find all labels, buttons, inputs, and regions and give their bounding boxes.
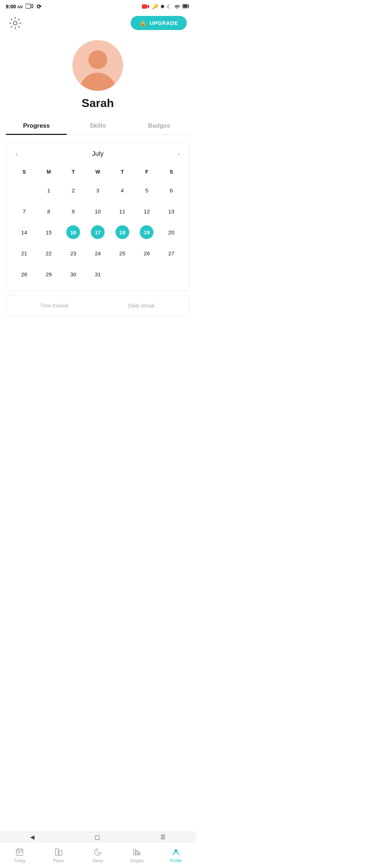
calendar-weekdays: S M T W T F S [12,167,184,177]
calendar-day[interactable]: 6 [159,180,184,201]
calendar-day[interactable]: 21 [12,243,37,264]
top-bar: 🔒 UPGRADE [0,13,196,36]
stat-time-trained: Time trained [13,303,95,309]
svg-rect-3 [183,5,188,8]
stat-streak-label: Daily streak [101,303,182,309]
svg-rect-0 [26,4,31,8]
calendar-day[interactable]: 25 [110,243,135,264]
calendar-day[interactable]: 14 [12,222,37,243]
calendar-month: July [92,150,104,158]
video-icon [26,4,34,10]
calendar-day[interactable]: 18 [110,222,135,243]
calendar-day [135,264,159,285]
calendar-card: ‹ July › S M T W T F S 12345678910111213… [6,142,190,291]
calendar-day[interactable]: 28 [12,264,37,285]
avatar[interactable] [72,40,123,91]
calendar-day[interactable]: 12 [135,201,159,222]
calendar-day[interactable]: 20 [159,222,184,243]
calendar-day [12,180,37,201]
svg-rect-1 [142,4,147,9]
profile-tabs: Progress Skills Badges [6,117,190,135]
tab-badges[interactable]: Badges [129,117,190,135]
upgrade-label: UPGRADE [150,20,178,26]
calendar-grid: S M T W T F S 12345678910111213141516171… [12,167,184,285]
calendar-day[interactable]: 13 [159,201,184,222]
calendar-header: ‹ July › [12,148,184,159]
calendar-day[interactable]: 29 [37,264,61,285]
user-name: Sarah [82,97,114,110]
camera-icon [142,4,150,9]
calendar-prev-button[interactable]: ‹ [12,148,22,159]
calendar-days: 1234567891011121314151617181920212223242… [12,180,184,285]
weekday-sat: S [159,167,184,177]
calendar-day[interactable]: 2 [61,180,85,201]
calendar-day[interactable]: 23 [61,243,85,264]
calendar-day [159,264,184,285]
calendar-day[interactable]: 19 [135,222,159,243]
status-left: 9:00 AM ⟳ [6,3,41,10]
avatar-body [80,73,116,91]
calendar-day[interactable]: 27 [159,243,184,264]
calendar-day[interactable]: 10 [85,201,110,222]
calendar-day[interactable]: 15 [37,222,61,243]
wifi-icon [174,4,180,10]
weekday-mon: M [37,167,61,177]
stat-daily-streak: Daily streak [101,303,182,309]
weekday-thu: T [110,167,135,177]
calendar-day[interactable]: 26 [135,243,159,264]
weekday-wed: W [85,167,110,177]
status-bar: 9:00 AM ⟳ 🔑 ✱ ☾ [0,0,196,13]
moon-icon: ☾ [167,4,172,9]
tab-progress[interactable]: Progress [6,117,67,135]
calendar-day[interactable]: 11 [110,201,135,222]
calendar-day[interactable]: 16 [61,222,85,243]
calendar-next-button[interactable]: › [174,148,184,159]
calendar-day[interactable]: 30 [61,264,85,285]
calendar-day[interactable]: 7 [12,201,37,222]
lock-icon: 🔒 [139,20,147,26]
battery-icon [182,4,190,9]
calendar-day[interactable]: 3 [85,180,110,201]
status-time: 9:00 AM [6,4,23,9]
stats-card: Time trained Daily streak [6,295,190,316]
calendar-day [110,264,135,285]
weekday-sun: S [12,167,37,177]
avatar-head [88,50,107,69]
status-right: 🔑 ✱ ☾ [142,4,190,10]
bluetooth-icon: ✱ [160,4,165,9]
key-icon: 🔑 [152,4,158,9]
weekday-fri: F [135,167,159,177]
calendar-day[interactable]: 22 [37,243,61,264]
weekday-tue: T [61,167,85,177]
calendar-day[interactable]: 17 [85,222,110,243]
calendar-day[interactable]: 1 [37,180,61,201]
refresh-icon: ⟳ [37,3,41,10]
calendar-day[interactable]: 8 [37,201,61,222]
calendar-day[interactable]: 9 [61,201,85,222]
calendar-day[interactable]: 5 [135,180,159,201]
upgrade-button[interactable]: 🔒 UPGRADE [131,16,187,30]
avatar-section: Sarah [0,36,196,117]
settings-button[interactable] [9,17,22,30]
stat-time-label: Time trained [13,303,95,309]
calendar-day[interactable]: 4 [110,180,135,201]
calendar-day[interactable]: 31 [85,264,110,285]
svg-point-4 [13,21,17,25]
tab-skills[interactable]: Skills [67,117,128,135]
calendar-day[interactable]: 24 [85,243,110,264]
